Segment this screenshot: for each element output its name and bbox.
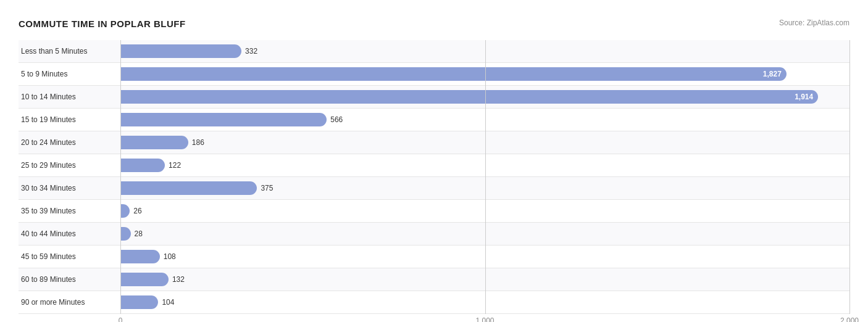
bar-fill: 108 [120,250,160,263]
bar-value: 1,914 [795,93,813,101]
bar-row: 90 or more Minutes104 [19,291,849,314]
bar-fill: 104 [120,295,158,309]
bar-label: 45 to 59 Minutes [19,250,120,263]
bar-row: 60 to 89 Minutes132 [19,268,849,291]
bar-area: 26 [120,200,849,222]
bar-label: 25 to 29 Minutes [19,159,120,172]
bar-row: 15 to 19 Minutes566 [19,109,849,131]
bar-row: Less than 5 Minutes332 [19,40,849,63]
chart-container: COMMUTE TIME IN POPLAR BLUFF Source: Zip… [12,12,856,322]
bar-fill: 1,914 [120,90,818,104]
bar-row: 20 to 24 Minutes186 [19,131,849,154]
bar-fill: 28 [120,227,131,241]
bar-value: 104 [162,298,174,307]
bar-area: 566 [120,109,849,131]
bar-fill: 1,827 [120,67,787,81]
bar-fill: 566 [120,113,327,126]
bar-value: 108 [164,252,176,261]
x-axis-tick: 0 [119,316,123,322]
chart-source: Source: ZipAtlas.com [779,19,849,27]
bar-row: 5 to 9 Minutes1,827 [19,63,849,86]
bar-fill: 132 [120,273,169,286]
bar-value: 28 [135,229,143,238]
bar-label: 40 to 44 Minutes [19,227,120,241]
bar-label: 5 to 9 Minutes [19,67,120,81]
bar-area: 122 [120,154,849,176]
bar-value: 122 [169,161,181,170]
bar-value: 566 [330,115,343,124]
chart-header: COMMUTE TIME IN POPLAR BLUFF Source: Zip… [19,19,849,29]
bar-fill: 375 [120,181,257,195]
chart-title: COMMUTE TIME IN POPLAR BLUFF [19,19,186,29]
bar-label: 20 to 24 Minutes [19,136,120,149]
bar-value: 26 [133,207,141,215]
bar-area: 1,827 [120,63,849,85]
bar-label: Less than 5 Minutes [19,44,120,58]
bar-row: 10 to 14 Minutes1,914 [19,86,849,109]
bar-value: 186 [192,138,204,147]
x-axis-tick: 1,000 [475,316,494,322]
bar-value: 332 [245,47,257,56]
bar-label: 10 to 14 Minutes [19,90,120,104]
bar-row: 35 to 39 Minutes26 [19,200,849,223]
bar-row: 25 to 29 Minutes122 [19,154,849,177]
bar-fill: 186 [120,136,188,149]
bar-label: 35 to 39 Minutes [19,204,120,218]
bar-label: 90 or more Minutes [19,295,120,309]
bar-row: 45 to 59 Minutes108 [19,246,849,268]
bar-fill: 26 [120,204,130,218]
bar-area: 28 [120,223,849,245]
bar-label: 30 to 34 Minutes [19,181,120,195]
bar-value: 1,827 [763,70,782,78]
bar-value: 375 [261,184,273,192]
bar-area: 132 [120,268,849,291]
bar-label: 15 to 19 Minutes [19,113,120,126]
bar-fill: 332 [120,44,241,58]
bar-value: 132 [172,275,185,284]
bar-label: 60 to 89 Minutes [19,273,120,286]
bar-fill: 122 [120,159,165,172]
bar-area: 186 [120,131,849,154]
bar-area: 375 [120,177,849,199]
bar-area: 108 [120,246,849,268]
bar-row: 40 to 44 Minutes28 [19,223,849,246]
bar-area: 104 [120,291,849,313]
bar-area: 1,914 [120,86,849,108]
chart-body: Less than 5 Minutes3325 to 9 Minutes1,82… [19,40,849,314]
bar-area: 332 [120,40,849,62]
bar-row: 30 to 34 Minutes375 [19,177,849,200]
x-axis: 01,0002,000 [120,316,849,322]
x-axis-tick: 2,000 [840,316,859,322]
